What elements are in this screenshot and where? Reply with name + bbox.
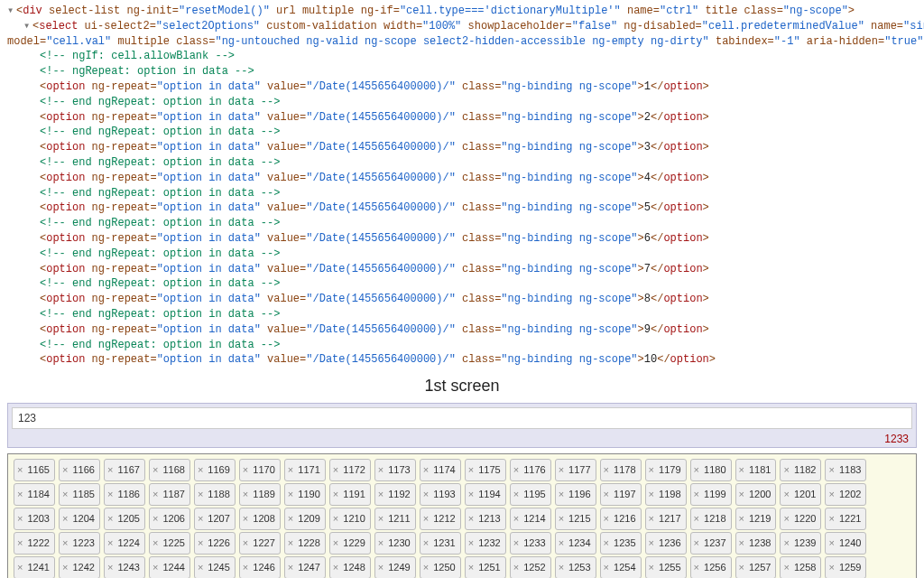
chip-remove-icon[interactable]: × bbox=[288, 537, 293, 548]
chip-1207[interactable]: × 1207 bbox=[194, 508, 236, 530]
chip-1239[interactable]: × 1239 bbox=[780, 532, 821, 555]
chip-remove-icon[interactable]: × bbox=[62, 537, 68, 548]
chip-remove-icon[interactable]: × bbox=[378, 513, 383, 524]
chip-1234[interactable]: × 1234 bbox=[555, 532, 596, 555]
chip-1238[interactable]: × 1238 bbox=[735, 532, 777, 555]
chip-1246[interactable]: × 1246 bbox=[239, 556, 281, 578]
chip-remove-icon[interactable]: × bbox=[288, 513, 293, 524]
chip-remove-icon[interactable]: × bbox=[513, 537, 519, 548]
chip-1171[interactable]: × 1171 bbox=[284, 459, 326, 481]
chip-1240[interactable]: × 1240 bbox=[825, 532, 866, 555]
chip-1208[interactable]: × 1208 bbox=[239, 508, 281, 530]
chip-remove-icon[interactable]: × bbox=[468, 489, 474, 499]
chip-1250[interactable]: × 1250 bbox=[420, 556, 461, 578]
chip-1192[interactable]: × 1192 bbox=[374, 483, 416, 506]
chip-remove-icon[interactable]: × bbox=[468, 537, 474, 548]
chip-remove-icon[interactable]: × bbox=[198, 537, 203, 548]
chip-remove-icon[interactable]: × bbox=[243, 537, 248, 548]
chip-remove-icon[interactable]: × bbox=[378, 464, 383, 475]
chip-1222[interactable]: × 1222 bbox=[14, 532, 55, 555]
chip-remove-icon[interactable]: × bbox=[828, 464, 834, 475]
chip-1231[interactable]: × 1231 bbox=[420, 532, 461, 555]
chip-1186[interactable]: × 1186 bbox=[104, 483, 145, 506]
chip-1204[interactable]: × 1204 bbox=[59, 508, 100, 530]
chip-remove-icon[interactable]: × bbox=[559, 513, 564, 524]
chip-1219[interactable]: × 1219 bbox=[735, 508, 777, 530]
chip-1206[interactable]: × 1206 bbox=[149, 508, 190, 530]
chip-remove-icon[interactable]: × bbox=[783, 464, 789, 475]
chip-remove-icon[interactable]: × bbox=[152, 464, 158, 475]
chip-remove-icon[interactable]: × bbox=[17, 464, 23, 475]
chip-1191[interactable]: × 1191 bbox=[329, 483, 371, 506]
chip-1180[interactable]: × 1180 bbox=[690, 459, 732, 481]
chip-1170[interactable]: × 1170 bbox=[239, 459, 281, 481]
chip-remove-icon[interactable]: × bbox=[828, 513, 834, 524]
chip-1190[interactable]: × 1190 bbox=[284, 483, 326, 506]
chip-remove-icon[interactable]: × bbox=[333, 513, 338, 524]
chip-1223[interactable]: × 1223 bbox=[59, 532, 100, 555]
chip-1214[interactable]: × 1214 bbox=[510, 508, 551, 530]
chip-remove-icon[interactable]: × bbox=[423, 537, 429, 548]
chip-remove-icon[interactable]: × bbox=[333, 489, 338, 499]
chip-1235[interactable]: × 1235 bbox=[600, 532, 642, 555]
chip-1224[interactable]: × 1224 bbox=[104, 532, 145, 555]
chip-1251[interactable]: × 1251 bbox=[465, 556, 506, 578]
chip-remove-icon[interactable]: × bbox=[333, 537, 338, 548]
chip-1227[interactable]: × 1227 bbox=[239, 532, 281, 555]
chip-remove-icon[interactable]: × bbox=[694, 537, 699, 548]
chip-1244[interactable]: × 1244 bbox=[149, 556, 190, 578]
chip-remove-icon[interactable]: × bbox=[423, 513, 429, 524]
chip-remove-icon[interactable]: × bbox=[468, 513, 474, 524]
chip-1183[interactable]: × 1183 bbox=[825, 459, 866, 481]
chip-remove-icon[interactable]: × bbox=[62, 489, 68, 499]
chip-1237[interactable]: × 1237 bbox=[690, 532, 732, 555]
chip-1218[interactable]: × 1218 bbox=[690, 508, 732, 530]
chip-1202[interactable]: × 1202 bbox=[825, 483, 866, 506]
chip-1196[interactable]: × 1196 bbox=[555, 483, 596, 506]
chip-remove-icon[interactable]: × bbox=[513, 513, 519, 524]
chip-remove-icon[interactable]: × bbox=[694, 513, 699, 524]
chip-1230[interactable]: × 1230 bbox=[374, 532, 416, 555]
chip-remove-icon[interactable]: × bbox=[62, 464, 68, 475]
chip-remove-icon[interactable]: × bbox=[783, 489, 789, 499]
chip-1233[interactable]: × 1233 bbox=[510, 532, 551, 555]
chip-remove-icon[interactable]: × bbox=[694, 562, 699, 573]
chip-remove-icon[interactable]: × bbox=[17, 513, 23, 524]
chip-remove-icon[interactable]: × bbox=[378, 489, 383, 499]
chip-remove-icon[interactable]: × bbox=[739, 537, 744, 548]
chip-1205[interactable]: × 1205 bbox=[104, 508, 145, 530]
chip-remove-icon[interactable]: × bbox=[152, 513, 158, 524]
chip-remove-icon[interactable]: × bbox=[739, 489, 744, 499]
chip-remove-icon[interactable]: × bbox=[243, 464, 248, 475]
chip-remove-icon[interactable]: × bbox=[649, 562, 654, 573]
chip-1229[interactable]: × 1229 bbox=[329, 532, 371, 555]
chip-remove-icon[interactable]: × bbox=[513, 489, 519, 499]
chip-remove-icon[interactable]: × bbox=[828, 537, 834, 548]
chip-1258[interactable]: × 1258 bbox=[780, 556, 821, 578]
chip-remove-icon[interactable]: × bbox=[694, 464, 699, 475]
chip-1194[interactable]: × 1194 bbox=[465, 483, 506, 506]
chip-1248[interactable]: × 1248 bbox=[329, 556, 371, 578]
chip-remove-icon[interactable]: × bbox=[333, 562, 338, 573]
chip-remove-icon[interactable]: × bbox=[694, 489, 699, 499]
chip-remove-icon[interactable]: × bbox=[559, 562, 564, 573]
chip-remove-icon[interactable]: × bbox=[559, 464, 564, 475]
chip-1209[interactable]: × 1209 bbox=[284, 508, 326, 530]
chip-remove-icon[interactable]: × bbox=[152, 489, 158, 499]
chip-1211[interactable]: × 1211 bbox=[374, 508, 416, 530]
chip-1172[interactable]: × 1172 bbox=[329, 459, 371, 481]
chip-remove-icon[interactable]: × bbox=[378, 562, 383, 573]
chip-remove-icon[interactable]: × bbox=[604, 562, 609, 573]
chip-1195[interactable]: × 1195 bbox=[510, 483, 551, 506]
chip-1167[interactable]: × 1167 bbox=[104, 459, 145, 481]
chip-remove-icon[interactable]: × bbox=[739, 513, 744, 524]
chip-remove-icon[interactable]: × bbox=[198, 464, 203, 475]
chip-1168[interactable]: × 1168 bbox=[149, 459, 190, 481]
chip-1243[interactable]: × 1243 bbox=[104, 556, 145, 578]
chip-1199[interactable]: × 1199 bbox=[690, 483, 732, 506]
chip-remove-icon[interactable]: × bbox=[288, 489, 293, 499]
chip-remove-icon[interactable]: × bbox=[198, 489, 203, 499]
chip-remove-icon[interactable]: × bbox=[107, 537, 113, 548]
chip-1197[interactable]: × 1197 bbox=[600, 483, 642, 506]
chip-remove-icon[interactable]: × bbox=[783, 513, 789, 524]
